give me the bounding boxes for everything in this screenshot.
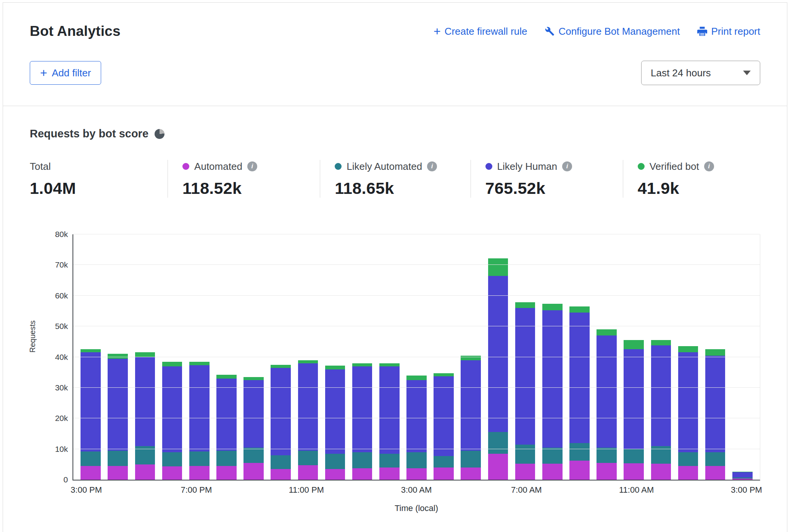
segment-likely-automated[interactable] — [434, 456, 454, 468]
bar-12-00-am[interactable] — [325, 234, 345, 480]
bar-8-00-pm[interactable] — [216, 234, 237, 480]
segment-automated[interactable] — [488, 454, 508, 480]
bar-12-00-pm[interactable] — [651, 234, 671, 480]
segment-likely-human[interactable] — [461, 360, 481, 451]
segment-likely-automated[interactable] — [379, 454, 400, 468]
segment-automated[interactable] — [325, 469, 345, 480]
segment-verified-bot[interactable] — [678, 346, 698, 352]
segment-likely-automated[interactable] — [461, 451, 481, 468]
segment-verified-bot[interactable] — [597, 329, 617, 335]
segment-likely-automated[interactable] — [406, 452, 427, 469]
segment-likely-automated[interactable] — [678, 452, 698, 466]
segment-verified-bot[interactable] — [515, 302, 535, 308]
bar-3-00-pm[interactable] — [81, 234, 101, 480]
segment-automated[interactable] — [243, 463, 264, 480]
segment-automated[interactable] — [651, 464, 671, 480]
segment-likely-human[interactable] — [597, 335, 617, 447]
segment-automated[interactable] — [542, 464, 563, 480]
segment-likely-automated[interactable] — [243, 448, 264, 463]
segment-verified-bot[interactable] — [705, 349, 726, 355]
segment-verified-bot[interactable] — [189, 362, 210, 366]
bar-9-00-am[interactable] — [569, 234, 590, 480]
segment-verified-bot[interactable] — [271, 365, 291, 368]
segment-likely-human[interactable] — [434, 376, 454, 456]
info-icon[interactable]: i — [427, 161, 437, 171]
segment-likely-automated[interactable] — [352, 452, 372, 469]
create-firewall-rule-link[interactable]: + Create firewall rule — [434, 26, 527, 37]
segment-automated[interactable] — [597, 463, 617, 480]
segment-likely-automated[interactable] — [81, 451, 101, 466]
segment-likely-automated[interactable] — [705, 452, 726, 466]
segment-automated[interactable] — [352, 468, 372, 480]
bar-5-00-pm[interactable] — [135, 234, 155, 480]
segment-likely-human[interactable] — [162, 366, 182, 452]
bar-8-00-am[interactable] — [542, 234, 563, 480]
segment-likely-human[interactable] — [243, 380, 264, 448]
configure-bot-management-link[interactable]: Configure Bot Management — [545, 26, 680, 37]
info-icon[interactable]: i — [704, 161, 714, 171]
segment-automated[interactable] — [271, 469, 291, 480]
segment-automated[interactable] — [705, 466, 726, 480]
segment-verified-bot[interactable] — [325, 366, 345, 369]
segment-likely-human[interactable] — [732, 472, 753, 477]
bar-2-00-am[interactable] — [379, 234, 400, 480]
segment-verified-bot[interactable] — [488, 258, 508, 276]
segment-automated[interactable] — [162, 466, 182, 480]
segment-automated[interactable] — [135, 464, 155, 480]
segment-verified-bot[interactable] — [298, 360, 318, 363]
segment-likely-human[interactable] — [108, 359, 128, 451]
bar-7-00-pm[interactable] — [189, 234, 210, 480]
segment-likely-automated[interactable] — [597, 448, 617, 463]
segment-likely-automated[interactable] — [624, 449, 644, 464]
segment-verified-bot[interactable] — [406, 376, 427, 380]
bar-5-00-am[interactable] — [461, 234, 481, 480]
bar-11-00-am[interactable] — [624, 234, 644, 480]
segment-likely-human[interactable] — [406, 380, 427, 452]
segment-likely-automated[interactable] — [216, 451, 237, 466]
bar-2-00-pm[interactable] — [705, 234, 726, 480]
segment-verified-bot[interactable] — [624, 340, 644, 349]
segment-automated[interactable] — [108, 466, 128, 480]
print-report-link[interactable]: Print report — [697, 26, 760, 37]
bar-3-00-am[interactable] — [406, 234, 427, 480]
segment-likely-human[interactable] — [651, 345, 671, 446]
time-range-dropdown[interactable]: Last 24 hours — [641, 61, 760, 85]
segment-likely-automated[interactable] — [271, 455, 291, 469]
segment-verified-bot[interactable] — [108, 354, 128, 358]
segment-automated[interactable] — [189, 466, 210, 480]
segment-automated[interactable] — [434, 468, 454, 480]
segment-verified-bot[interactable] — [379, 363, 400, 366]
info-icon[interactable]: i — [562, 161, 572, 171]
segment-verified-bot[interactable] — [461, 356, 481, 360]
segment-automated[interactable] — [732, 479, 753, 480]
segment-automated[interactable] — [81, 466, 101, 480]
segment-likely-automated[interactable] — [189, 451, 210, 466]
bar-4-00-pm[interactable] — [108, 234, 128, 480]
bar-10-00-pm[interactable] — [271, 234, 291, 480]
segment-likely-human[interactable] — [271, 368, 291, 455]
segment-likely-automated[interactable] — [569, 443, 590, 461]
segment-likely-human[interactable] — [325, 369, 345, 454]
segment-likely-automated[interactable] — [515, 445, 535, 464]
segment-likely-automated[interactable] — [108, 451, 128, 466]
segment-verified-bot[interactable] — [216, 375, 237, 379]
segment-verified-bot[interactable] — [651, 340, 671, 345]
segment-automated[interactable] — [216, 466, 237, 480]
bar-1-00-pm[interactable] — [678, 234, 698, 480]
bar-10-00-am[interactable] — [597, 234, 617, 480]
segment-verified-bot[interactable] — [542, 304, 563, 310]
segment-automated[interactable] — [379, 468, 400, 480]
segment-likely-human[interactable] — [81, 352, 101, 451]
segment-likely-human[interactable] — [515, 308, 535, 445]
segment-likely-human[interactable] — [678, 352, 698, 452]
segment-verified-bot[interactable] — [243, 377, 264, 380]
segment-likely-human[interactable] — [569, 313, 590, 443]
add-filter-button[interactable]: + Add filter — [30, 61, 101, 85]
segment-likely-automated[interactable] — [488, 432, 508, 453]
segment-automated[interactable] — [298, 465, 318, 480]
segment-likely-human[interactable] — [705, 356, 726, 452]
segment-likely-human[interactable] — [298, 363, 318, 451]
segment-verified-bot[interactable] — [162, 362, 182, 366]
segment-verified-bot[interactable] — [352, 363, 372, 366]
segment-likely-human[interactable] — [379, 366, 400, 454]
